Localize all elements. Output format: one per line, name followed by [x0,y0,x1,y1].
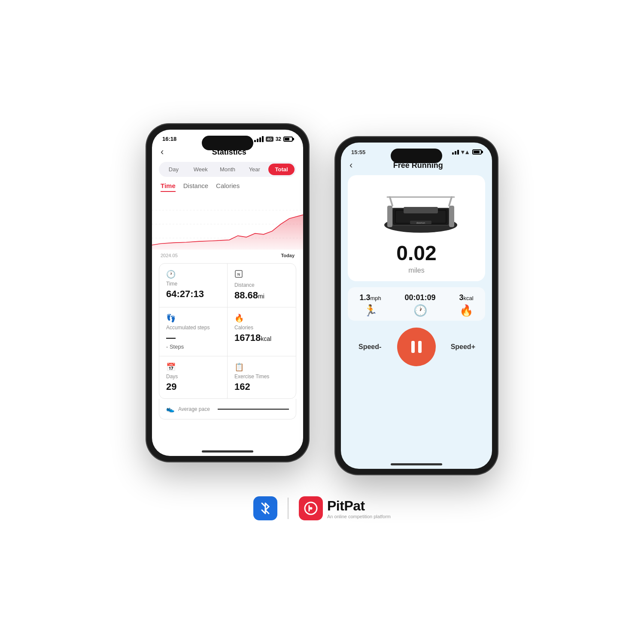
stat-steps: 👣 Accumulated steps — - Steps [159,307,228,356]
back-button-1[interactable]: ‹ [161,146,164,158]
pitpat-text: PitPat An online competition platform [327,498,391,519]
calories-icon: 🔥 [234,313,289,323]
tab-day[interactable]: Day [161,164,187,175]
status-icons-1: 4G 32 [254,136,293,142]
tab-year[interactable]: Year [241,164,267,175]
metric-calories: 3kcal 🔥 [459,293,473,317]
stat-steps-label: Accumulated steps [166,325,220,331]
steps-icon: 👣 [166,313,220,323]
4g-badge: 4G [266,137,273,142]
metric-time: 00:01:09 🕐 [405,293,436,317]
pause-icon [411,341,422,353]
metric-speed: 1.3mph 🏃 [359,293,381,317]
logo-divider [288,498,289,519]
stat-distance-label: Distance [234,282,289,288]
stat-distance: N Distance 88.68mi [228,264,296,307]
wifi-icon: ▾▲ [461,149,470,155]
tab-month[interactable]: Month [215,164,241,175]
battery-icon [283,137,293,142]
phone-statistics: 16:18 4G 32 ‹ Statistics [146,124,309,462]
phone1-screen: 16:18 4G 32 ‹ Statistics [152,130,303,456]
time-display-2: 15:55 [351,149,365,155]
stat-distance-value: 88.68mi [234,290,289,301]
days-icon: 📅 [166,362,220,372]
controls-row: Speed- Speed+ [348,328,485,366]
exercise-icon: 📋 [234,362,289,372]
calories-icon: 🔥 [459,304,473,317]
dynamic-island-1 [202,136,253,150]
pitpat-icon [299,496,323,520]
dynamic-island-2 [391,149,442,163]
svg-text:N: N [237,272,240,276]
time-value: 00:01:09 [405,293,436,302]
svg-text:deertun: deertun [416,222,425,224]
stat-calories: 🔥 Calories 16718kcal [228,307,296,356]
speed-plus-button[interactable]: Speed+ [446,330,480,364]
phone2-screen: 15:55 ▾▲ ‹ Free Running [341,143,492,469]
battery-number: 32 [276,136,281,142]
metric-tabs: Time Distance Calories [152,182,303,196]
stat-steps-sub: - Steps [166,343,220,350]
pitpat-logo: PitPat An online competition platform [299,496,391,520]
bluetooth-logo [253,496,277,520]
chart-label-start: 2024.05 [161,253,178,258]
scene: 16:18 4G 32 ‹ Statistics [21,21,623,623]
stat-exercise-value: 162 [234,381,289,392]
clock-icon: 🕐 [166,270,220,279]
tab-week[interactable]: Week [188,164,214,175]
stat-calories-value: 16718kcal [234,332,289,343]
time-display-1: 16:18 [162,136,176,142]
calories-value: 3kcal [459,293,473,302]
stat-calories-label: Calories [234,325,289,331]
chart-container [152,196,303,252]
stat-exercise: 📋 Exercise Times 162 [228,356,296,398]
distance-unit: miles [408,267,424,274]
avg-pace-row: 👟 Average pace [159,399,296,419]
home-indicator-2 [391,463,442,465]
metric-distance[interactable]: Distance [183,182,208,192]
pace-icon: 👟 [166,405,175,413]
metric-calories[interactable]: Calories [216,182,240,192]
stat-steps-dash: — [166,332,220,343]
bottom-logos: PitPat An online competition platform [253,496,391,520]
phones-row: 16:18 4G 32 ‹ Statistics [146,124,498,475]
status-icons-2: ▾▲ [452,149,482,155]
stat-days-value: 29 [166,381,220,392]
back-button-2[interactable]: ‹ [349,160,352,171]
stat-days-label: Days [166,374,220,380]
avg-pace-line [218,409,289,410]
distance-value: 0.02 [396,241,436,265]
distance-icon: N [234,270,289,280]
tab-total[interactable]: Total [268,164,295,175]
speed-icon: 🏃 [364,304,377,317]
stat-time-label: Time [166,281,220,287]
treadmill-card: deertun 0.02 miles [348,175,485,281]
stat-time: 🕐 Time 64:27:13 [159,264,228,307]
metric-time[interactable]: Time [161,182,176,192]
pause-button[interactable] [397,328,436,366]
metrics-row: 1.3mph 🏃 00:01:09 🕐 3kcal 🔥 [348,287,485,321]
phone-free-running: 15:55 ▾▲ ‹ Free Running [335,137,498,475]
stat-exercise-label: Exercise Times [234,374,289,380]
battery-icon-2 [472,149,482,155]
svg-rect-10 [387,206,392,227]
treadmill-image: deertun [378,182,455,238]
signal-icon-2 [452,150,459,155]
stats-grid: 🕐 Time 64:27:13 N Distance [159,263,296,399]
chart-svg [152,196,303,252]
speed-minus-button[interactable]: Speed- [353,330,387,364]
avg-pace-label: Average pace [178,406,210,412]
signal-icon [254,136,264,142]
svg-line-16 [449,197,452,206]
filter-tabs: Day Week Month Year Total [159,162,296,177]
stat-days: 📅 Days 29 [159,356,228,398]
speed-value: 1.3mph [359,293,381,302]
time-icon: 🕐 [413,304,427,317]
svg-line-15 [390,197,392,206]
pitpat-sub: An online competition platform [327,514,391,519]
pitpat-name: PitPat [327,498,391,514]
stat-time-value: 64:27:13 [166,289,220,300]
chart-labels: 2024.05 Today [152,252,303,259]
chart-label-end: Today [281,253,295,258]
svg-rect-12 [404,207,438,213]
